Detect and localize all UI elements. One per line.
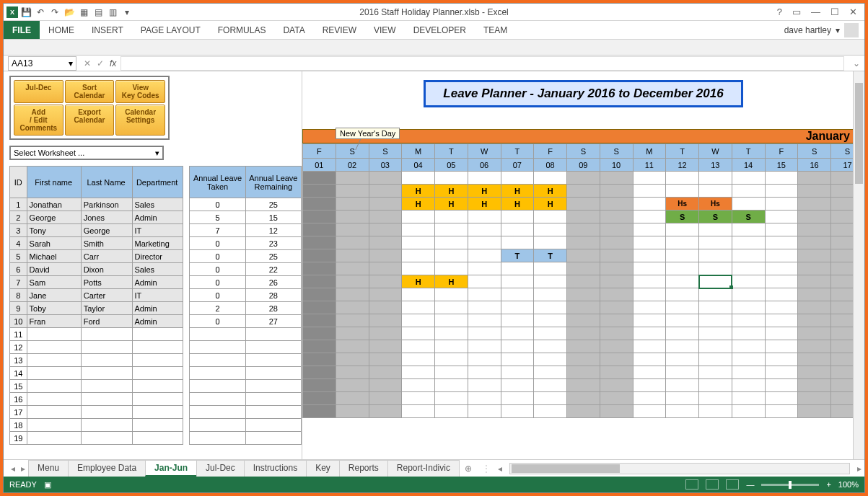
cal-cell[interactable] [798,185,831,198]
ribbon-tab-home[interactable]: HOME [40,21,83,39]
cal-row[interactable] [303,172,864,185]
cal-cell[interactable] [600,288,633,301]
scrollbar-thumb[interactable] [855,83,863,184]
cal-cell[interactable] [336,185,369,198]
cal-cell[interactable] [765,185,798,198]
staff-row[interactable]: 5 Michael Carr Director 0 25 [10,250,302,263]
macro-button-add-edit-comments[interactable]: Add/ Edit Comments [14,105,63,136]
cal-cell[interactable] [765,236,798,249]
cal-cell[interactable] [567,198,600,211]
cal-cell[interactable]: H [501,185,534,198]
cal-cell[interactable] [600,353,633,366]
cal-cell[interactable] [633,340,666,353]
staff-row-empty[interactable]: 14 [10,367,302,380]
cal-cell[interactable] [567,392,600,405]
cal-cell[interactable] [435,353,468,366]
cal-cell[interactable] [468,314,501,327]
cal-cell[interactable] [699,340,732,353]
cal-cell[interactable] [765,340,798,353]
cal-cell[interactable] [534,172,567,185]
cal-cell[interactable] [765,275,798,288]
cal-cell[interactable] [765,172,798,185]
cal-cell[interactable] [402,223,435,236]
ribbon-tab-data[interactable]: DATA [274,21,313,39]
cal-cell[interactable] [402,236,435,249]
cal-cell[interactable] [534,405,567,418]
staff-row-empty[interactable]: 17 [10,406,302,419]
cal-cell[interactable] [435,327,468,340]
staff-row[interactable]: 3 Tony George IT 7 12 [10,224,302,237]
cal-cell[interactable] [435,392,468,405]
cal-cell[interactable] [435,172,468,185]
sheet-tab-menu[interactable]: Menu [28,460,69,477]
cal-cell[interactable] [567,340,600,353]
cal-cell[interactable] [567,172,600,185]
cal-cell[interactable] [567,249,600,262]
cal-cell[interactable] [798,340,831,353]
cal-row[interactable] [303,379,864,392]
cal-cell[interactable] [402,379,435,392]
close-icon[interactable]: ✕ [849,6,857,17]
save-icon[interactable]: 💾 [19,6,32,19]
ribbon-tab-view[interactable]: VIEW [365,21,405,39]
cal-cell[interactable] [567,288,600,301]
cal-cell[interactable] [303,211,336,223]
cal-row[interactable] [303,392,864,405]
cal-cell[interactable] [699,379,732,392]
cal-row[interactable] [303,223,864,236]
cal-cell[interactable] [435,249,468,262]
cal-cell[interactable] [600,211,633,223]
cal-cell[interactable] [633,405,666,418]
cal-cell[interactable] [336,198,369,211]
staff-row[interactable]: 8 Jane Carter IT 0 28 [10,289,302,302]
cal-cell[interactable] [534,211,567,223]
cal-cell[interactable] [468,301,501,314]
cal-row[interactable]: TT [303,249,864,262]
qat-dropdown-icon[interactable]: ▾ [120,6,133,19]
cal-cell[interactable] [732,327,765,340]
cal-cell[interactable] [303,172,336,185]
cal-cell[interactable] [534,366,567,379]
cal-cell[interactable] [402,301,435,314]
open-icon[interactable]: 📂 [63,6,76,19]
cal-cell[interactable] [303,198,336,211]
cal-cell[interactable] [600,262,633,275]
cal-cell[interactable] [468,379,501,392]
cal-cell[interactable] [369,249,402,262]
view-break-icon[interactable] [726,479,739,490]
view-normal-icon[interactable] [685,479,698,490]
cal-row[interactable] [303,314,864,327]
sheet-nav-first[interactable]: ◂ [8,464,18,474]
cal-cell[interactable] [732,301,765,314]
cal-cell[interactable] [402,366,435,379]
vertical-scrollbar[interactable] [853,71,864,459]
cal-cell[interactable] [732,288,765,301]
cal-cell[interactable] [336,314,369,327]
cal-cell[interactable] [732,353,765,366]
cal-cell[interactable] [534,288,567,301]
cal-cell[interactable] [699,223,732,236]
cal-cell[interactable]: H [435,198,468,211]
cal-cell[interactable] [600,366,633,379]
cal-cell[interactable] [501,288,534,301]
cal-cell[interactable] [402,249,435,262]
cal-cell[interactable] [468,172,501,185]
cal-cell[interactable] [402,314,435,327]
cal-cell[interactable] [633,353,666,366]
cal-cell[interactable] [732,236,765,249]
cal-cell[interactable] [435,314,468,327]
cal-cell[interactable] [534,314,567,327]
cal-cell[interactable] [765,211,798,223]
cal-row[interactable] [303,405,864,418]
cal-cell[interactable] [336,301,369,314]
cal-cell[interactable] [303,379,336,392]
cal-cell[interactable] [534,301,567,314]
cal-cell[interactable] [369,366,402,379]
cal-cell[interactable] [369,405,402,418]
cal-cell[interactable] [732,262,765,275]
cal-cell[interactable] [402,353,435,366]
cal-cell[interactable] [567,211,600,223]
cal-cell[interactable] [369,301,402,314]
cal-cell[interactable] [303,301,336,314]
cal-cell[interactable] [798,288,831,301]
